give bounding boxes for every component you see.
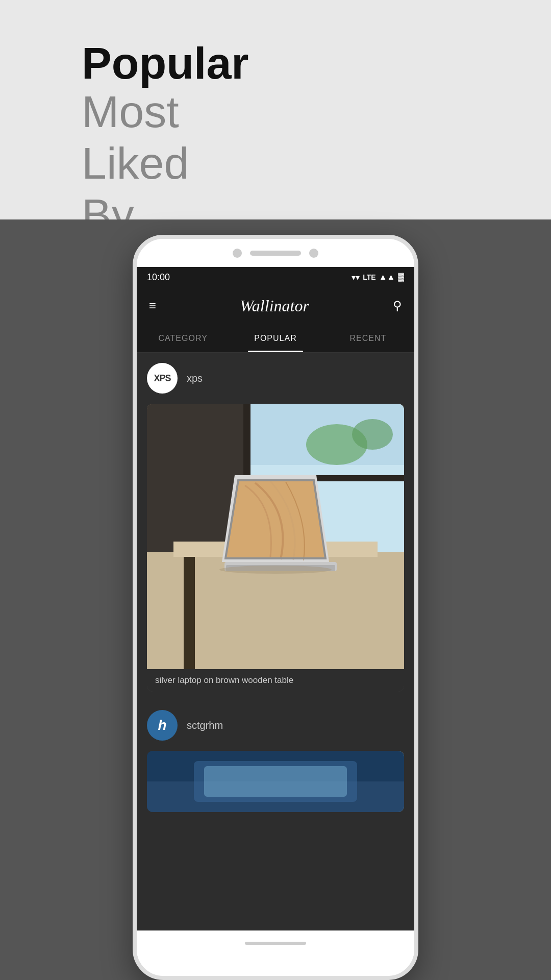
lte-indicator: LTE bbox=[363, 273, 375, 281]
phone-wrapper: 10:00 ▾▾ LTE ▲▲ ▓ ≡ Wallinator ⚲ CATEGOR… bbox=[0, 219, 551, 980]
tab-popular[interactable]: POPULAR bbox=[229, 324, 321, 352]
svg-rect-19 bbox=[204, 766, 347, 797]
phone-hardware-top bbox=[137, 239, 414, 267]
second-image-svg bbox=[147, 751, 404, 812]
promo-section: Popular Most Liked By Users bbox=[0, 0, 551, 219]
svg-marker-13 bbox=[226, 480, 325, 558]
app-content: 10:00 ▾▾ LTE ▲▲ ▓ ≡ Wallinator ⚲ CATEGOR… bbox=[137, 267, 414, 930]
status-bar: 10:00 ▾▾ LTE ▲▲ ▓ bbox=[137, 267, 414, 287]
wallpaper-image-1 bbox=[147, 404, 404, 669]
username-sctgrhm[interactable]: sctgrhm bbox=[187, 720, 223, 731]
svg-point-15 bbox=[219, 566, 332, 574]
battery-icon: ▓ bbox=[398, 273, 404, 282]
app-navbar: ≡ Wallinator ⚲ bbox=[137, 287, 414, 324]
tab-recent[interactable]: RECENT bbox=[322, 324, 414, 352]
user-row-2: h sctgrhm bbox=[137, 700, 414, 751]
laptop-scene-svg bbox=[147, 404, 404, 669]
phone-camera bbox=[233, 249, 242, 258]
promo-title: Popular bbox=[82, 41, 551, 86]
tab-category[interactable]: CATEGORY bbox=[137, 324, 229, 352]
wallpaper-image-2 bbox=[147, 751, 404, 812]
phone-speaker bbox=[250, 251, 301, 256]
tab-bar: CATEGORY POPULAR RECENT bbox=[137, 324, 414, 353]
svg-rect-9 bbox=[184, 557, 195, 669]
search-icon[interactable]: ⚲ bbox=[393, 299, 402, 313]
wallpaper-caption-1: silver laptop on brown wooden table bbox=[147, 669, 404, 692]
status-icons: ▾▾ LTE ▲▲ ▓ bbox=[352, 273, 404, 282]
username-xps[interactable]: xps bbox=[187, 373, 203, 384]
user-row-1: XPS xps bbox=[137, 353, 414, 404]
promo-subtitle-line1: Most bbox=[82, 86, 551, 137]
svg-point-6 bbox=[352, 419, 393, 450]
status-time: 10:00 bbox=[147, 272, 170, 283]
app-logo: Wallinator bbox=[240, 297, 309, 315]
wallpaper-card-2[interactable] bbox=[147, 751, 404, 812]
phone-mockup: 10:00 ▾▾ LTE ▲▲ ▓ ≡ Wallinator ⚲ CATEGOR… bbox=[133, 235, 418, 980]
avatar-xps[interactable]: XPS bbox=[147, 363, 178, 394]
promo-subtitle-line2: Liked bbox=[82, 137, 551, 189]
menu-icon[interactable]: ≡ bbox=[149, 299, 156, 313]
phone-sensor bbox=[309, 249, 318, 258]
home-indicator[interactable] bbox=[245, 942, 306, 945]
avatar-h[interactable]: h bbox=[147, 710, 178, 741]
phone-bottom-bar bbox=[137, 930, 414, 956]
wallpaper-card-1[interactable]: silver laptop on brown wooden table bbox=[147, 404, 404, 692]
signal-icon: ▲▲ bbox=[379, 273, 395, 282]
wifi-icon: ▾▾ bbox=[352, 273, 360, 282]
